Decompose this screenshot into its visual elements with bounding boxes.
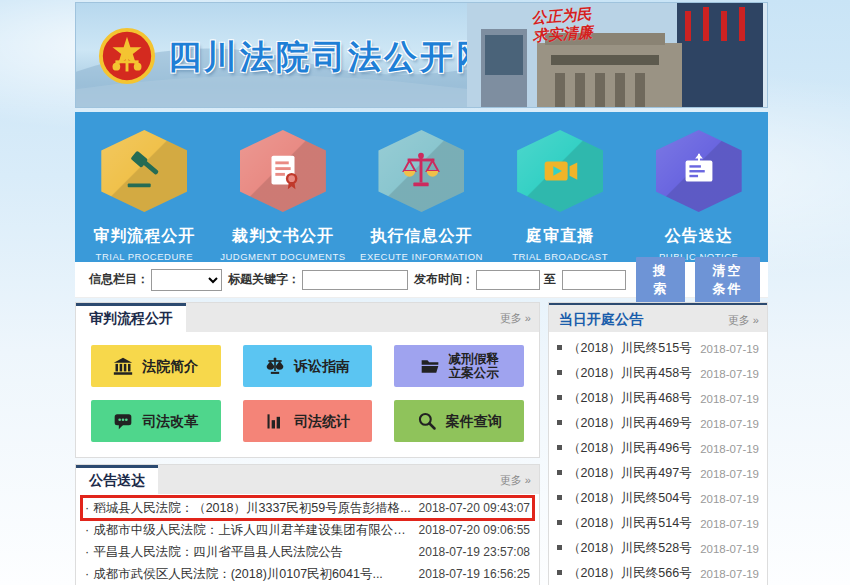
video-camera-icon: [517, 130, 603, 212]
nav-item-judgment-documents[interactable]: 裁判文书公开 JUDGMENT DOCUMENTS: [214, 112, 353, 262]
hearing-date: 2018-07-19: [700, 393, 759, 405]
date-to-input[interactable]: [562, 270, 626, 290]
nav-item-trial-broadcast[interactable]: 庭审直播 TRIAL BROADCAST: [491, 112, 630, 262]
notice-board-icon: [656, 130, 742, 212]
category-select[interactable]: [151, 269, 222, 291]
notice-date: 2018-07-20 09:43:07: [419, 501, 530, 515]
notice-list-item[interactable]: 成都市中级人民法院：上诉人四川君羊建设集团有限公司与被上诉... 2018-07…: [82, 519, 533, 541]
hearing-case-number: （2018）川民再468号: [557, 390, 692, 407]
case-query-button[interactable]: 案件查询: [394, 400, 524, 442]
nav-label-zh: 公告送达: [665, 226, 733, 247]
clear-button[interactable]: 清空条件: [695, 257, 760, 303]
hearing-date: 2018-07-19: [700, 343, 759, 355]
court-intro-button[interactable]: 法院简介: [91, 345, 221, 387]
category-button-label: 法院简介: [142, 358, 198, 374]
nav-label-zh: 庭审直播: [526, 226, 594, 247]
hearing-case-number: （2018）川民再469号: [557, 415, 692, 432]
search-button[interactable]: 搜 索: [636, 257, 685, 303]
hearing-list-item[interactable]: （2018）川民再469号 2018-07-19: [557, 411, 759, 436]
hearing-list-item[interactable]: （2018）川民再497号 2018-07-19: [557, 461, 759, 486]
hearing-case-number: （2018）川民再458号: [557, 365, 692, 382]
date-from-input[interactable]: [476, 270, 540, 290]
notice-date: 2018-07-19 16:56:25: [419, 567, 530, 581]
nav-item-public-notice[interactable]: 公告送达 PUBLIC NOTICE: [629, 112, 768, 262]
hearing-date: 2018-07-19: [700, 543, 759, 555]
hearing-date: 2018-07-19: [700, 418, 759, 430]
nav-label-zh: 裁判文书公开: [232, 226, 334, 247]
notice-text: 平昌县人民法院：四川省平昌县人民法院公告: [85, 544, 343, 561]
public-notice-more-link[interactable]: 更多 »: [500, 473, 531, 488]
hearing-list-item[interactable]: （2018）川民终566号 2018-07-19: [557, 561, 759, 585]
judicial-reform-button[interactable]: 司法改革: [91, 400, 221, 442]
nav-label-en: EXECUTE INFORMATION: [360, 251, 483, 262]
bank-icon: [113, 356, 133, 376]
site-title: 四川法院司法公开网: [168, 35, 492, 80]
hearing-date: 2018-07-19: [700, 493, 759, 505]
trial-process-more-link[interactable]: 更多 »: [500, 311, 531, 326]
national-emblem-logo: [98, 27, 156, 85]
hearing-case-number: （2018）川民再497号: [557, 465, 692, 482]
nav-item-trial-procedure[interactable]: 审判流程公开 TRIAL PROCEDURE: [75, 112, 214, 262]
notice-text: 成都市中级人民法院：上诉人四川君羊建设集团有限公司与被上诉...: [85, 522, 415, 539]
nav-label-en: TRIAL BROADCAST: [512, 251, 608, 262]
hearing-date: 2018-07-19: [700, 368, 759, 380]
nav-label-zh: 审判流程公开: [93, 226, 195, 247]
notice-date: 2018-07-20 09:06:55: [419, 523, 530, 537]
notice-text: 成都市武侯区人民法院：(2018)川0107民初6041号...: [85, 566, 383, 583]
main-navigation: 审判流程公开 TRIAL PROCEDURE 裁判文书公开 JUDGMENT D…: [75, 112, 768, 262]
hearing-date: 2018-07-19: [700, 468, 759, 480]
folder-icon: [420, 356, 440, 376]
judicial-statistics-button[interactable]: 司法统计: [243, 400, 373, 442]
hearing-list-item[interactable]: （2018）川民终504号 2018-07-19: [557, 486, 759, 511]
hearing-list: （2018）川民终515号 2018-07-19 （2018）川民再458号 2…: [549, 332, 767, 585]
hearing-date: 2018-07-19: [700, 568, 759, 580]
category-button-label: 案件查询: [446, 413, 502, 429]
hearing-case-number: （2018）川民再514号: [557, 515, 692, 532]
hearing-list-item[interactable]: （2018）川民再458号 2018-07-19: [557, 361, 759, 386]
public-notice-tab[interactable]: 公告送达: [76, 465, 158, 494]
main-container: 四川法院司法公开网 公正为民 求实清廉: [75, 2, 768, 585]
content-area: 审判流程公开 更多 » 法院简介: [75, 302, 768, 585]
hearing-case-number: （2018）川民终566号: [557, 565, 692, 582]
gavel-icon: [101, 130, 187, 212]
publish-date-label: 发布时间：: [414, 271, 474, 288]
category-button-label: 司法改革: [142, 413, 198, 429]
today-hearing-title: 当日开庭公告: [549, 305, 643, 329]
hearing-case-number: （2018）川民终515号: [557, 340, 692, 357]
date-to-label: 至: [544, 271, 556, 288]
page: 四川法院司法公开网 公正为民 求实清廉: [0, 0, 850, 585]
hearing-list-item[interactable]: （2018）川民再468号 2018-07-19: [557, 386, 759, 411]
trial-process-header: 审判流程公开 更多 »: [76, 303, 539, 332]
scales-icon: [265, 356, 285, 376]
banner-slogan: 公正为民 求实清廉: [531, 5, 593, 45]
category-button-grid: 法院简介 诉讼指南: [76, 332, 539, 457]
keyword-label: 标题关键字：: [228, 271, 300, 288]
hearing-case-number: （2018）川民终528号: [557, 540, 692, 557]
notice-list-item[interactable]: 平昌县人民法院：四川省平昌县人民法院公告 2018-07-19 23:57:08: [82, 541, 533, 563]
category-label: 信息栏目：: [89, 271, 149, 288]
nav-label-en: TRIAL PROCEDURE: [96, 251, 193, 262]
hearing-list-item[interactable]: （2018）川民终515号 2018-07-19: [557, 336, 759, 361]
hearing-list-item[interactable]: （2018）川民再496号 2018-07-19: [557, 436, 759, 461]
litigation-guide-button[interactable]: 诉讼指南: [243, 345, 373, 387]
today-hearing-more-link[interactable]: 更多 »: [728, 313, 759, 328]
document-icon: [240, 130, 326, 212]
keyword-input[interactable]: [302, 270, 408, 290]
category-button-label: 诉讼指南: [294, 358, 350, 374]
parole-filing-button[interactable]: 减刑假释 立案公示: [394, 345, 524, 387]
nav-label-en: JUDGMENT DOCUMENTS: [220, 251, 345, 262]
trial-process-tab[interactable]: 审判流程公开: [76, 303, 186, 332]
category-button-label: 司法统计: [294, 413, 350, 429]
trial-process-panel: 审判流程公开 更多 » 法院简介: [75, 302, 540, 458]
today-hearing-panel: 当日开庭公告 更多 » （2018）川民终515号 2018-07-19 （20…: [548, 302, 768, 585]
speech-bubble-icon: [113, 411, 133, 431]
hearing-list-item[interactable]: （2018）川民终528号 2018-07-19: [557, 536, 759, 561]
nav-item-execute-information[interactable]: 执行信息公开 EXECUTE INFORMATION: [352, 112, 491, 262]
bar-chart-icon: [265, 411, 285, 431]
notice-list-item[interactable]: 成都市武侯区人民法院：(2018)川0107民初6041号... 2018-07…: [82, 563, 533, 585]
notice-text: 稻城县人民法院：（2018）川3337民初59号原告彭措格...: [85, 500, 411, 517]
hearing-list-item[interactable]: （2018）川民再514号 2018-07-19: [557, 511, 759, 536]
hearing-date: 2018-07-19: [700, 443, 759, 455]
notice-list-item[interactable]: 稻城县人民法院：（2018）川3337民初59号原告彭措格... 2018-07…: [82, 497, 533, 519]
public-notice-header: 公告送达 更多 »: [76, 465, 539, 494]
